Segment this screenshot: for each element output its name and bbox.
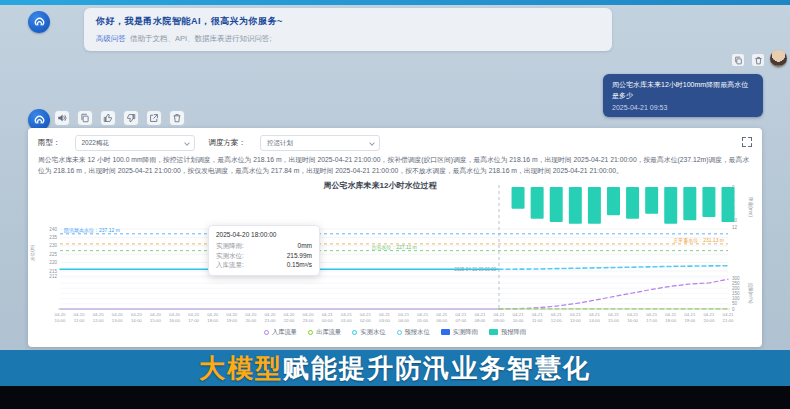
svg-text:230: 230	[49, 243, 57, 248]
legend-label: 预报水位	[405, 328, 430, 337]
water-level-chart: 周公宅水库未来12小时水位过程 240235230225220215212024…	[28, 179, 762, 327]
copy-icon	[734, 56, 743, 65]
svg-text:04-21: 04-21	[322, 312, 334, 317]
qa-mode-desc: 借助于文档、API、数据库表进行知识问答;	[130, 34, 272, 43]
tooltip-label: 实测水位:	[216, 251, 244, 261]
greeting-title: 你好，我是甬水院智能AI，很高兴为你服务~	[96, 15, 600, 28]
plan-select[interactable]: 控运计划	[260, 135, 380, 151]
svg-text:01:00: 01:00	[341, 317, 352, 322]
svg-text:07:00: 07:00	[455, 317, 466, 322]
thumbs-down-button[interactable]	[123, 110, 139, 126]
legend-label: 出库流量	[316, 328, 341, 337]
svg-text:13:00: 13:00	[112, 317, 123, 322]
bottom-banner: 大模型赋能提升防汛业务智慧化	[0, 350, 790, 386]
copy-reply-button[interactable]	[77, 110, 93, 126]
svg-text:10:00: 10:00	[513, 317, 524, 322]
svg-text:04-21: 04-21	[646, 312, 658, 317]
assistant-avatar	[28, 11, 50, 33]
svg-text:04-21: 04-21	[723, 312, 735, 317]
svg-text:04-21: 04-21	[551, 312, 563, 317]
svg-text:正常蓄水位：231.13 m: 正常蓄水位：231.13 m	[673, 237, 724, 243]
trash-icon	[754, 56, 763, 65]
svg-text:212: 212	[49, 273, 57, 278]
chart-canvas[interactable]: 2402352302252202152120246810123002502001…	[28, 179, 758, 327]
svg-text:04-20: 04-20	[284, 312, 296, 317]
rain-type-value: 2022梅花	[82, 139, 109, 148]
svg-text:15:00: 15:00	[150, 317, 161, 322]
svg-text:240: 240	[49, 226, 57, 231]
svg-text:220: 220	[49, 260, 57, 265]
thumbs-up-icon	[103, 113, 113, 123]
svg-text:流量(m³/s): 流量(m³/s)	[747, 282, 753, 304]
assistant-logo-icon	[33, 114, 46, 127]
svg-text:04-21: 04-21	[379, 312, 391, 317]
svg-text:04-20: 04-20	[207, 312, 219, 317]
user-question: 周公宅水库未来12小时100mm降雨最高水位是多少	[612, 80, 754, 101]
svg-text:225: 225	[49, 252, 57, 257]
legend-label: 实测降雨	[453, 328, 478, 337]
svg-text:19:00: 19:00	[226, 317, 237, 322]
legend-marker	[489, 329, 498, 335]
svg-text:04-21: 04-21	[665, 312, 677, 317]
legend-item[interactable]: 实测水位	[352, 328, 385, 337]
svg-text:18:00: 18:00	[665, 317, 676, 322]
tooltip-value: 0mm	[298, 241, 312, 251]
banner-rest: 赋能提升防汛业务智慧化	[283, 353, 591, 383]
speaker-button[interactable]	[54, 110, 70, 126]
thumbs-up-button[interactable]	[100, 110, 116, 126]
thumbs-down-icon	[126, 113, 136, 123]
svg-text:04-21: 04-21	[703, 312, 715, 317]
svg-text:防汛最高水位：237.12 m: 防汛最高水位：237.12 m	[64, 227, 120, 234]
share-button[interactable]	[146, 110, 162, 126]
delete-message-button[interactable]	[751, 53, 765, 67]
legend-item[interactable]: 预报水位	[397, 328, 430, 337]
delete-reply-button[interactable]	[169, 110, 185, 126]
svg-text:04-21: 04-21	[608, 312, 620, 317]
filter-bar: 雨型： 2022梅花 调度方案： 控运计划	[28, 134, 762, 152]
svg-text:20:00: 20:00	[704, 317, 715, 322]
svg-text:04:00: 04:00	[398, 317, 409, 322]
legend-item[interactable]: 预报降雨	[489, 328, 526, 337]
svg-text:04-20: 04-20	[226, 312, 238, 317]
rain-type-select[interactable]: 2022梅花	[75, 135, 195, 151]
legend-marker	[264, 330, 269, 335]
copy-message-button[interactable]	[731, 53, 745, 67]
svg-text:04-21: 04-21	[627, 312, 639, 317]
svg-text:13:00: 13:00	[570, 317, 581, 322]
banner-title: 大模型赋能提升防汛业务智慧化	[199, 351, 591, 386]
tooltip-value: 215.99m	[287, 251, 312, 261]
user-avatar	[770, 50, 787, 67]
svg-text:04-20: 04-20	[55, 312, 67, 317]
svg-text:20:00: 20:00	[245, 317, 256, 322]
svg-text:17:00: 17:00	[646, 317, 657, 322]
plan-label: 调度方案：	[209, 138, 247, 148]
top-bar	[0, 0, 790, 5]
legend-item[interactable]: 出库流量	[308, 328, 341, 337]
svg-text:04-20: 04-20	[150, 312, 162, 317]
svg-text:04-20: 04-20	[131, 312, 143, 317]
copy-icon	[80, 113, 90, 123]
legend-item[interactable]: 入库流量	[264, 328, 297, 337]
svg-text:06:00: 06:00	[436, 317, 447, 322]
svg-text:04-21: 04-21	[474, 312, 486, 317]
svg-text:16:00: 16:00	[627, 317, 638, 322]
fullscreen-icon	[741, 136, 753, 148]
legend-label: 实测水位	[360, 328, 385, 337]
svg-text:14:00: 14:00	[589, 317, 600, 322]
svg-text:12:00: 12:00	[93, 317, 104, 322]
svg-text:04-20: 04-20	[188, 312, 200, 317]
svg-text:04-21: 04-21	[684, 312, 696, 317]
svg-text:11:00: 11:00	[74, 317, 85, 322]
svg-text:00:00: 00:00	[322, 317, 333, 322]
svg-text:15:00: 15:00	[608, 317, 619, 322]
chart-legend: 入库流量出库流量实测水位预报水位实测降雨预报降雨	[28, 328, 762, 337]
assistant-logo-icon	[33, 16, 46, 29]
fullscreen-button[interactable]	[740, 136, 754, 150]
svg-text:04-20: 04-20	[245, 312, 257, 317]
svg-text:04-20: 04-20	[74, 312, 86, 317]
svg-text:04-21: 04-21	[493, 312, 505, 317]
legend-marker	[397, 330, 402, 335]
legend-item[interactable]: 实测降雨	[441, 328, 478, 337]
qa-mode-tag[interactable]: 高级问答	[96, 34, 126, 43]
svg-text:12:00: 12:00	[551, 317, 562, 322]
